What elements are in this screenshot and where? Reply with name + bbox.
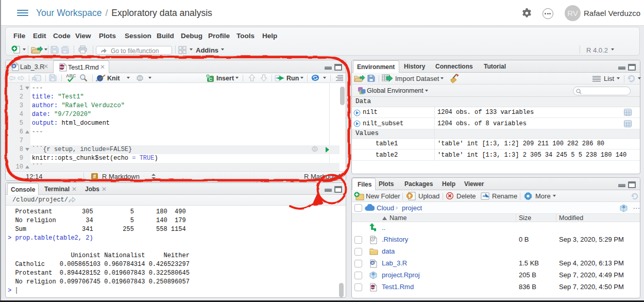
svg-text:R: R [372,272,375,276]
svg-text:R: R [371,261,374,265]
svg-text:R: R [12,64,15,68]
svg-text:Rmd: Rmd [370,286,375,289]
svg-text:s: s [96,79,97,82]
svg-text:R: R [622,205,625,209]
svg-text:Rmd: Rmd [59,66,64,69]
